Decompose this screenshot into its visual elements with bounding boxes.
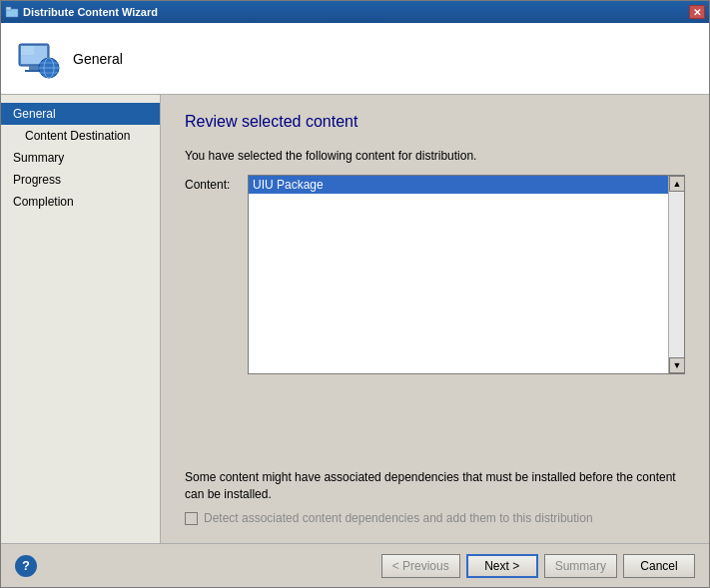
content-listbox[interactable]: UIU Package ▲ ▼ [248, 175, 685, 374]
sidebar: General Content Destination Summary Prog… [1, 95, 161, 543]
dep-checkbox[interactable] [185, 512, 198, 525]
listbox-scrollbar: ▲ ▼ [668, 176, 684, 373]
scrollbar-track [669, 192, 684, 357]
previous-button[interactable]: < Previous [381, 554, 460, 578]
next-button[interactable]: Next > [466, 554, 538, 578]
wizard-header-title: General [73, 51, 123, 67]
sidebar-item-summary[interactable]: Summary [1, 147, 160, 169]
listbox-item[interactable]: UIU Package [249, 176, 684, 194]
dep-checkbox-row: Detect associated content dependencies a… [185, 511, 685, 525]
sidebar-item-progress[interactable]: Progress [1, 169, 160, 191]
sidebar-item-content-destination[interactable]: Content Destination [1, 125, 160, 147]
content-title: Review selected content [185, 113, 685, 131]
wizard-header-icon [15, 36, 61, 82]
dep-checkbox-label: Detect associated content dependencies a… [204, 511, 593, 525]
sidebar-item-general[interactable]: General [1, 103, 160, 125]
window-content: General General Content Destination Summ… [1, 23, 709, 587]
cancel-button[interactable]: Cancel [623, 554, 695, 578]
svg-rect-1 [6, 7, 11, 10]
footer-buttons: < Previous Next > Summary Cancel [381, 554, 695, 578]
dependencies-section: Some content might have associated depen… [185, 469, 685, 525]
svg-rect-5 [29, 66, 39, 70]
description-text: You have selected the following content … [185, 149, 685, 163]
wizard-footer: ? < Previous Next > Summary Cancel [1, 543, 709, 587]
distribute-content-wizard: Distribute Content Wizard ✕ [0, 0, 710, 588]
content-label: Content: [185, 175, 240, 192]
scrollbar-up-button[interactable]: ▲ [669, 176, 685, 192]
dep-text: Some content might have associated depen… [185, 469, 685, 503]
content-panel: Review selected content You have selecte… [161, 95, 709, 543]
title-bar-left: Distribute Content Wizard [5, 5, 158, 19]
window-title: Distribute Content Wizard [23, 6, 158, 18]
summary-button[interactable]: Summary [544, 554, 617, 578]
help-button[interactable]: ? [15, 555, 37, 577]
wizard-title-icon [5, 5, 19, 19]
wizard-main: General Content Destination Summary Prog… [1, 95, 709, 543]
scrollbar-down-button[interactable]: ▼ [669, 357, 685, 373]
wizard-header: General [1, 23, 709, 95]
sidebar-item-completion[interactable]: Completion [1, 191, 160, 213]
title-bar: Distribute Content Wizard ✕ [1, 1, 709, 23]
svg-rect-4 [21, 46, 34, 55]
close-button[interactable]: ✕ [689, 5, 705, 19]
content-row: Content: UIU Package ▲ ▼ [185, 175, 685, 455]
footer-left: ? [15, 555, 37, 577]
